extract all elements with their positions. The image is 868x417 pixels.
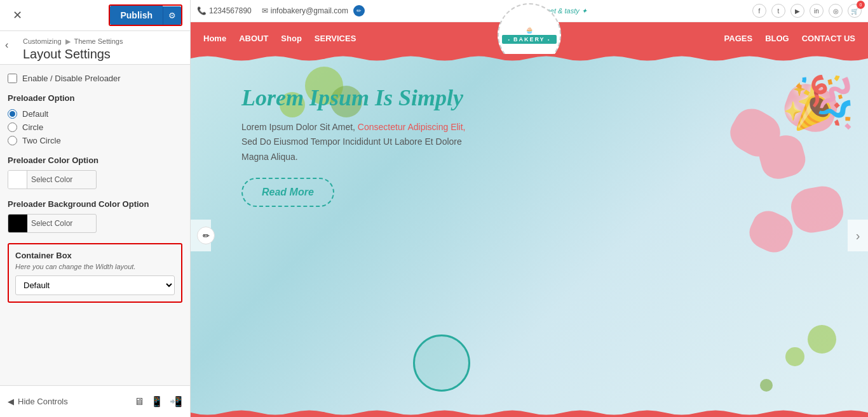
- top-bar: ✕ Publish ⚙: [0, 0, 190, 31]
- hero-desc-line1: Lorem Ipsum Dolor Sit Amet,: [241, 122, 355, 132]
- nav-shop[interactable]: Shop: [281, 34, 302, 43]
- nav-blog[interactable]: BLOG: [765, 34, 789, 43]
- cart-wrapper: 🛒 0: [848, 4, 862, 18]
- hero-area: ✏ ✨ 🎉 Lorem Ipsum Is Simply Lorem Ip: [191, 54, 868, 417]
- color-option-section: Preloader Color Option Select Color: [8, 156, 182, 189]
- back-button[interactable]: ‹: [5, 39, 8, 51]
- preloader-checkbox[interactable]: [8, 74, 17, 83]
- preloader-toggle-row: Enable / Disable Preloader: [8, 74, 182, 83]
- instagram-icon[interactable]: ◎: [829, 4, 843, 18]
- site-contact: 📞 1234567890 ✉ infobakery@gmail.com ✏: [197, 5, 365, 17]
- bg-color-option-title: Preloader Background Color Option: [8, 199, 182, 209]
- hero-title: Lorem Ipsum Is Simply: [241, 86, 465, 111]
- nav-pages[interactable]: PAGES: [724, 34, 753, 43]
- radio-row-default: Default: [8, 109, 182, 119]
- nav-about[interactable]: ABOUT: [239, 34, 268, 43]
- color-picker-bg[interactable]: Select Color: [8, 214, 97, 233]
- radio-default[interactable]: [8, 109, 17, 119]
- hide-controls-label: Hide Controls: [18, 397, 68, 406]
- container-box-title: Container Box: [15, 251, 175, 260]
- color-picker-preloader[interactable]: Select Color: [8, 170, 97, 189]
- preloader-radio-group: Default Circle Two Circle: [8, 109, 182, 145]
- cart-badge: 0: [857, 1, 865, 9]
- logo-cupcake-icon: 🧁: [526, 27, 533, 34]
- hero-desc-highlight: Consectetur Adipiscing Elit,: [358, 122, 466, 132]
- breadcrumb-theme-settings[interactable]: Theme Settings: [74, 37, 123, 45]
- container-dropdown[interactable]: Default Full Width Boxed: [15, 275, 175, 295]
- breadcrumb: Customizing ▶ Theme Settings: [23, 37, 182, 46]
- breadcrumb-customizing[interactable]: Customizing: [23, 37, 62, 45]
- round-plate: [413, 334, 470, 392]
- publish-button[interactable]: Publish: [110, 6, 163, 25]
- publish-btn-group: Publish ⚙: [109, 4, 182, 26]
- pastry-piece-4: [789, 183, 846, 236]
- breadcrumb-area: ‹ Customizing ▶ Theme Settings Layout Se…: [0, 31, 190, 65]
- page-title: Layout Settings: [23, 47, 182, 62]
- hero-edit-pencil[interactable]: ✏: [197, 227, 215, 244]
- preloader-option-title: Preloader Option: [8, 93, 182, 103]
- preloader-checkbox-label: Enable / Disable Preloader: [22, 74, 121, 83]
- radio-two-circle[interactable]: [8, 136, 17, 145]
- hero-description: Lorem Ipsum Dolor Sit Amet, Consectetur …: [241, 120, 465, 165]
- color-option-title: Preloader Color Option: [8, 156, 182, 165]
- hide-controls-arrow-icon: ◀: [8, 397, 14, 406]
- nav-links-left: Home ABOUT Shop SERVICES: [203, 34, 356, 43]
- mobile-icon-button[interactable]: 📲: [170, 395, 182, 407]
- hero-desc-line2: Sed Do Eiusmod Tempor Incididunt Ut Labo…: [241, 136, 462, 147]
- bottom-bar: ◀ Hide Controls 🖥 📱 📲: [0, 385, 190, 417]
- email-address: infobakery@gmail.com: [271, 6, 348, 15]
- gear-button[interactable]: ⚙: [163, 6, 181, 25]
- color-label-bg: Select Color: [27, 219, 72, 228]
- phone-icon: 📞: [197, 6, 207, 15]
- bg-color-option-section: Preloader Background Color Option Select…: [8, 199, 182, 233]
- color-label-preloader: Select Color: [27, 175, 72, 184]
- wavy-bottom-border: [191, 408, 868, 417]
- nav-links-right: PAGES BLOG CONTACT US: [724, 34, 855, 43]
- youtube-icon[interactable]: ▶: [790, 4, 804, 18]
- logo-name: BAKERY: [513, 36, 545, 43]
- phone-contact: 📞 1234567890: [197, 6, 252, 15]
- device-icons-group: 🖥 📱 📲: [134, 395, 182, 407]
- color-swatch-bg: [8, 214, 27, 233]
- right-panel: 📞 1234567890 ✉ infobakery@gmail.com ✏ ✦ …: [191, 0, 868, 417]
- linkedin-icon[interactable]: in: [810, 4, 824, 18]
- email-contact: ✉ infobakery@gmail.com ✏: [262, 5, 365, 17]
- nav-services[interactable]: SERVICES: [315, 34, 356, 43]
- color-swatch-preloader: [8, 170, 27, 189]
- read-more-button[interactable]: Read More: [241, 178, 334, 207]
- party-hat-icon: 🎉: [792, 73, 855, 133]
- edit-icon: ✏: [353, 5, 365, 17]
- wavy-top-border: [191, 54, 868, 63]
- deco-circle-6: [808, 325, 836, 354]
- site-nav: Home ABOUT Shop SERVICES 🧁 • BAKERY • PA…: [191, 22, 868, 54]
- hero-desc-line3: Magna Aliqua.: [241, 152, 298, 162]
- social-icons: f t ▶ in ◎ 🛒 0: [752, 4, 862, 18]
- container-box-desc: Here you can change the Width layout.: [15, 263, 175, 270]
- hero-pastry-area: ✨ 🎉: [728, 73, 855, 327]
- tablet-icon-button[interactable]: 📱: [151, 395, 163, 407]
- email-icon: ✉: [262, 6, 268, 15]
- hide-controls-button[interactable]: ◀ Hide Controls: [8, 397, 68, 406]
- radio-row-circle: Circle: [8, 122, 182, 132]
- deco-circle-4: [785, 347, 804, 366]
- pastry-piece-5: [744, 206, 797, 258]
- close-button[interactable]: ✕: [8, 6, 27, 25]
- container-box-section: Container Box Here you can change the Wi…: [8, 243, 182, 303]
- left-panel: ✕ Publish ⚙ ‹ Customizing ▶ Theme Settin…: [0, 0, 191, 417]
- twitter-icon[interactable]: t: [771, 4, 785, 18]
- phone-number: 1234567890: [209, 6, 252, 15]
- facebook-icon[interactable]: f: [752, 4, 766, 18]
- logo-banner: • BAKERY •: [502, 35, 557, 44]
- breadcrumb-arrow: ▶: [65, 37, 71, 45]
- hero-content: Lorem Ipsum Is Simply Lorem Ipsum Dolor …: [241, 86, 465, 207]
- hero-next-button[interactable]: ›: [848, 220, 868, 251]
- nav-home[interactable]: Home: [203, 34, 226, 43]
- radio-label-default: Default: [22, 109, 48, 119]
- nav-contact[interactable]: CONTACT US: [802, 34, 855, 43]
- radio-circle[interactable]: [8, 122, 17, 132]
- radio-label-two-circle: Two Circle: [22, 136, 61, 145]
- panel-content: Enable / Disable Preloader Preloader Opt…: [0, 65, 190, 385]
- desktop-icon-button[interactable]: 🖥: [134, 395, 144, 407]
- radio-row-two-circle: Two Circle: [8, 136, 182, 145]
- radio-label-circle: Circle: [22, 122, 43, 132]
